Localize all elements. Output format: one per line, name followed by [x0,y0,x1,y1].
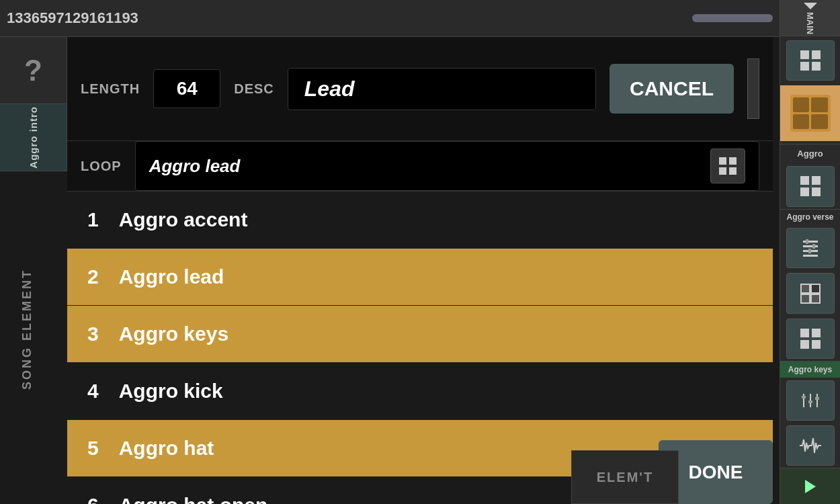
svg-rect-24 [800,329,809,337]
grid-view-button[interactable] [786,40,835,81]
help-button[interactable]: ? [0,37,67,104]
svg-marker-34 [805,480,816,493]
elemt-label: ELEM'T [597,470,654,485]
play-button[interactable] [780,468,841,504]
loop-value: Aggro lead [149,156,241,177]
ruler-mark-129: 129 [65,9,89,27]
grid-view-button-2[interactable] [786,166,835,206]
svg-rect-23 [811,294,820,303]
main-dropdown[interactable]: MAIN [780,0,841,36]
aggro-cell [793,114,810,129]
grid-icon-2 [800,175,821,197]
ruler-mark-97: 97 [48,9,64,27]
sliders-button[interactable] [786,228,835,268]
sliders-icon [800,238,821,258]
svg-rect-10 [812,176,821,185]
desc-label: DESC [234,81,274,97]
ruler-slider[interactable] [692,14,773,22]
svg-rect-2 [719,167,726,175]
svg-rect-11 [800,187,809,196]
grid-icon-3 [800,328,821,349]
ruler-marks: 1 33 65 97 129 161 193 [7,9,773,27]
loop-label: LOOP [81,159,122,174]
list-item-text: 2 [87,265,99,288]
grid-icon-button[interactable] [710,149,745,183]
svg-rect-33 [815,397,819,400]
svg-rect-32 [808,401,812,403]
ruler-mark-1: 1 [7,9,15,27]
aggro-verse-label: Aggro verse [786,212,833,222]
svg-rect-0 [719,157,726,165]
play-icon [802,478,819,495]
modal-overlay: LENGTH 64 DESC Lead CANCEL LOOP Aggro le… [67,37,773,504]
aggro-keys-panel: Aggro keys [780,361,841,377]
song-element-label: SONG ELEMENT [20,269,34,390]
list-item[interactable]: 4 Aggro kick [67,363,773,420]
grid-view-button-3[interactable] [786,319,835,359]
tuner-icon [800,283,821,304]
ruler: 1 33 65 97 129 161 193 [0,0,780,37]
svg-rect-19 [808,249,811,253]
list-item-text: 6 [87,494,99,504]
svg-rect-9 [800,176,809,185]
list-item-text: 3 [87,323,99,345]
list-item-name: Aggro hat [119,437,214,460]
list-item[interactable]: 1 Aggro accent [67,192,773,249]
loop-list: 1 Aggro accent 2 Aggro lead 3 Aggro keys… [67,192,773,504]
svg-rect-18 [812,244,815,249]
aggro-label-panel: Aggro [780,144,841,163]
length-label: LENGTH [81,81,140,97]
question-mark-icon: ? [24,54,42,87]
elemt-button[interactable]: ELEM'T [571,450,679,504]
aggro-intro-track: Aggro intro [0,104,67,171]
svg-rect-17 [806,239,808,244]
list-item-text: 5 [87,437,99,460]
waveform-button[interactable] [786,425,835,466]
list-item-name: Aggro accent [119,208,248,231]
list-item-name: Aggro keys [119,323,228,345]
main-label: MAIN [805,12,815,34]
svg-rect-31 [802,396,806,398]
svg-rect-7 [800,62,809,71]
svg-rect-12 [812,187,821,196]
svg-rect-16 [803,255,818,257]
aggro-keys-label: Aggro keys [788,365,832,374]
ruler-mark-33: 33 [15,9,31,27]
list-item[interactable]: 3 Aggro keys [67,306,773,363]
list-item-name: Aggro hat open [119,494,268,504]
chevron-down-icon [802,1,818,11]
svg-rect-3 [729,167,737,175]
list-item-text: 1 [87,208,99,231]
list-item-name: Aggro lead [119,265,224,288]
loop-row: LOOP Aggro lead [67,141,773,192]
svg-rect-21 [811,284,820,293]
svg-rect-26 [800,340,809,349]
aggro-label: Aggro [797,149,823,159]
modal-header: LENGTH 64 DESC Lead CANCEL [67,37,773,141]
grid-view-icon [800,50,821,71]
ruler-mark-193: 193 [114,9,138,27]
cancel-button[interactable]: CANCEL [610,64,734,114]
aggro-intro-label: Aggro intro [28,106,39,169]
svg-rect-13 [803,241,818,243]
mixer-button[interactable] [786,380,835,421]
aggro-panel[interactable] [780,85,841,141]
svg-rect-6 [812,50,821,59]
list-item-text: 4 [87,380,99,403]
svg-rect-8 [812,62,821,71]
svg-rect-22 [801,294,810,303]
svg-rect-20 [801,284,810,293]
svg-rect-5 [800,50,809,59]
list-item[interactable]: 2 Aggro lead [67,249,773,306]
svg-rect-27 [812,340,821,349]
tuner-button[interactable] [786,273,835,313]
desc-value[interactable]: Lead [288,68,596,110]
ruler-mark-65: 65 [32,9,48,27]
list-item-name: Aggro kick [119,380,223,403]
aggro-verse-panel: Aggro verse [780,209,841,225]
ruler-mark-161: 161 [89,9,114,27]
aggro-cell [811,97,828,112]
loop-input[interactable]: Aggro lead [135,141,759,191]
length-value[interactable]: 64 [153,69,220,108]
svg-rect-14 [803,245,818,247]
